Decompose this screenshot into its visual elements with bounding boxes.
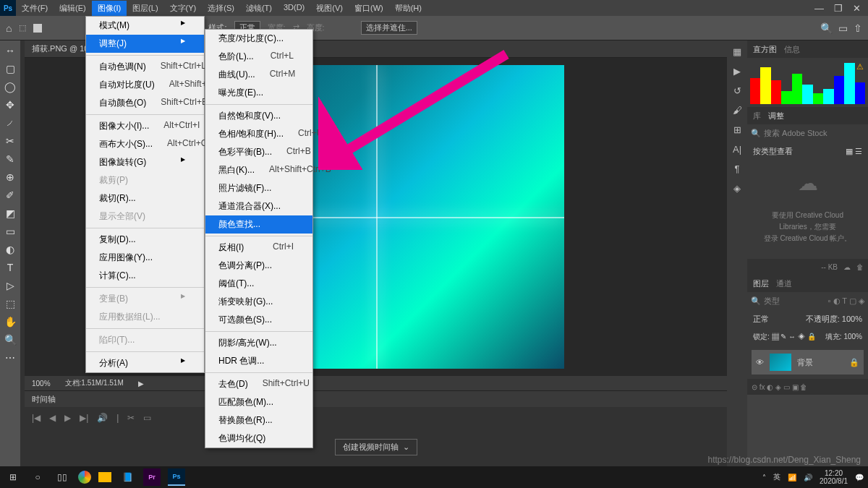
menu-item[interactable]: 应用图像(Y)... <box>86 249 204 267</box>
menu-item[interactable]: 替换颜色(R)... <box>205 411 312 429</box>
tool-9[interactable]: ◩ <box>3 206 17 221</box>
lock-icon[interactable]: 🔒 <box>849 358 859 367</box>
menu-item[interactable]: 裁剪(P) <box>86 171 204 189</box>
tool-13[interactable]: ▷ <box>3 278 17 293</box>
channels-tab[interactable]: 通道 <box>776 278 792 289</box>
select-mask-button[interactable]: 选择并遮住... <box>361 21 417 35</box>
next-frame-icon[interactable]: ▶| <box>80 413 88 423</box>
timeline-tab[interactable]: 时间轴 <box>25 391 727 407</box>
chrome-icon[interactable] <box>78 471 91 484</box>
tool-17[interactable]: ⋯ <box>3 351 17 365</box>
menu-item[interactable]: 自动颜色(O)Shift+Ctrl+B <box>86 94 204 112</box>
menu-item[interactable]: 阴影/高光(W)... <box>205 334 312 352</box>
menu-item[interactable]: 自动色调(N)Shift+Ctrl+L <box>86 58 204 76</box>
menu-8[interactable]: 视图(V) <box>310 1 349 16</box>
share-icon[interactable]: ⇧ <box>854 22 862 34</box>
explorer-icon[interactable] <box>98 472 111 482</box>
photoshop-icon[interactable]: Ps <box>168 468 185 486</box>
menu-item[interactable]: 照片滤镜(F)... <box>205 179 312 197</box>
layer-row[interactable]: 👁 背景 🔒 <box>752 350 864 374</box>
menu-item[interactable]: 色调分离(P)... <box>205 257 312 275</box>
ime-icon[interactable]: 英 <box>773 472 780 482</box>
history-icon[interactable]: ↺ <box>733 85 741 96</box>
menu-item[interactable]: 自动对比度(U)Alt+Shift+Ctrl+L <box>86 76 204 94</box>
menu-4[interactable]: 文字(Y) <box>164 1 203 16</box>
menu-item[interactable]: 黑白(K)...Alt+Shift+Ctrl+B <box>205 161 312 179</box>
para-icon[interactable]: ¶ <box>735 163 740 174</box>
menu-item[interactable]: 色阶(L)...Ctrl+L <box>205 48 312 66</box>
menu-item[interactable]: 色调均化(Q) <box>205 429 312 448</box>
menu-6[interactable]: 滤镜(T) <box>240 1 278 16</box>
menu-item[interactable]: 渐变映射(G)... <box>205 293 312 311</box>
menu-item[interactable]: 计算(C)... <box>86 267 204 285</box>
adjustments-tab[interactable]: 调整 <box>768 111 784 121</box>
cube-icon[interactable]: ◈ <box>733 183 741 194</box>
menu-item[interactable]: 图像大小(I)...Alt+Ctrl+I <box>86 117 204 135</box>
tool-14[interactable]: ⬚ <box>3 296 17 311</box>
goto-start-icon[interactable]: |◀ <box>32 413 41 423</box>
workspace-icon[interactable]: ▭ <box>838 22 848 34</box>
premiere-icon[interactable]: Pr <box>143 468 161 486</box>
menu-item[interactable]: 自然饱和度(V)... <box>205 107 312 125</box>
visibility-icon[interactable]: 👁 <box>756 358 764 367</box>
menu-7[interactable]: 3D(D) <box>278 1 310 16</box>
create-timeline-button[interactable]: 创建视频时间轴⌄ <box>335 439 417 455</box>
menu-item[interactable]: 去色(D)Shift+Ctrl+U <box>205 375 312 393</box>
menu-item[interactable]: 显示全部(V) <box>86 207 204 226</box>
close-icon[interactable]: ✕ <box>853 3 861 14</box>
menu-0[interactable]: 文件(F) <box>16 1 54 16</box>
opacity-value[interactable]: 100% <box>842 314 862 323</box>
histogram-tab[interactable]: 直方图 <box>753 44 777 55</box>
menu-item[interactable]: HDR 色调... <box>205 352 312 370</box>
layers-tab[interactable]: 图层 <box>753 278 769 289</box>
tool-2[interactable]: ◯ <box>3 80 17 94</box>
menu-item[interactable]: 模式(M) <box>86 17 204 35</box>
menu-5[interactable]: 选择(S) <box>202 1 240 16</box>
menu-10[interactable]: 帮助(H) <box>389 1 427 16</box>
info-tab[interactable]: 信息 <box>784 44 800 55</box>
wifi-icon[interactable]: 📶 <box>788 474 796 481</box>
menu-item[interactable]: 色相/饱和度(H)...Ctrl+U <box>205 125 312 143</box>
tool-11[interactable]: ◐ <box>3 242 17 257</box>
square-icon[interactable] <box>33 24 42 33</box>
menu-item[interactable]: 曝光度(E)... <box>205 84 312 102</box>
menu-3[interactable]: 图层(L) <box>127 1 163 16</box>
tool-10[interactable]: ▭ <box>3 224 17 239</box>
minimize-icon[interactable]: — <box>814 3 824 14</box>
volume-icon[interactable]: 🔊 <box>804 474 812 481</box>
zoom-level[interactable]: 100% <box>32 380 51 388</box>
tray-up-icon[interactable]: ˄ <box>762 474 766 481</box>
menu-2[interactable]: 图像(I) <box>92 1 127 16</box>
brush-icon[interactable]: 🖌 <box>733 105 742 116</box>
notification-icon[interactable]: 💬 <box>855 474 864 481</box>
menu-1[interactable]: 编辑(E) <box>54 1 92 16</box>
tool-12[interactable]: T <box>3 260 17 275</box>
grid-icon[interactable]: ▦ <box>846 147 853 155</box>
fill-value[interactable]: 100% <box>843 333 862 341</box>
tool-16[interactable]: 🔍 <box>3 333 17 347</box>
menu-item[interactable]: 应用数据组(L)... <box>86 308 204 326</box>
play-icon[interactable]: ▶ <box>733 66 741 77</box>
view-by-type[interactable]: 按类型查看 <box>753 146 793 157</box>
audio-icon[interactable]: 🔊 <box>97 413 108 423</box>
maximize-icon[interactable]: ❐ <box>834 3 843 14</box>
search-icon[interactable]: 🔍 <box>820 22 833 34</box>
home-icon[interactable]: ⌂ <box>6 22 12 34</box>
marquee-icon[interactable]: ⬚ <box>19 23 26 33</box>
tool-6[interactable]: ✎ <box>3 152 17 166</box>
cloud-icon[interactable]: ☁ <box>843 263 851 271</box>
trash-icon[interactable]: 🗑 <box>856 263 864 271</box>
tool-0[interactable]: ↔ <box>3 43 17 58</box>
menu-item[interactable]: 变量(B) <box>86 290 204 308</box>
gallery-icon[interactable]: ▦ <box>733 46 741 57</box>
menu-item[interactable]: 匹配颜色(M)... <box>205 393 312 411</box>
menu-9[interactable]: 窗口(W) <box>349 1 389 16</box>
tool-8[interactable]: ✐ <box>3 188 17 202</box>
menu-item[interactable]: 陷印(T)... <box>86 331 204 349</box>
tool-4[interactable]: ⟋ <box>3 116 17 130</box>
menu-item[interactable]: 曲线(U)...Ctrl+M <box>205 66 312 84</box>
menu-item[interactable]: 颜色查找... <box>205 215 312 234</box>
menu-item[interactable]: 调整(J) <box>86 35 204 53</box>
tool-3[interactable]: ✥ <box>3 98 17 112</box>
layer-filter[interactable]: 类型 <box>764 296 780 307</box>
